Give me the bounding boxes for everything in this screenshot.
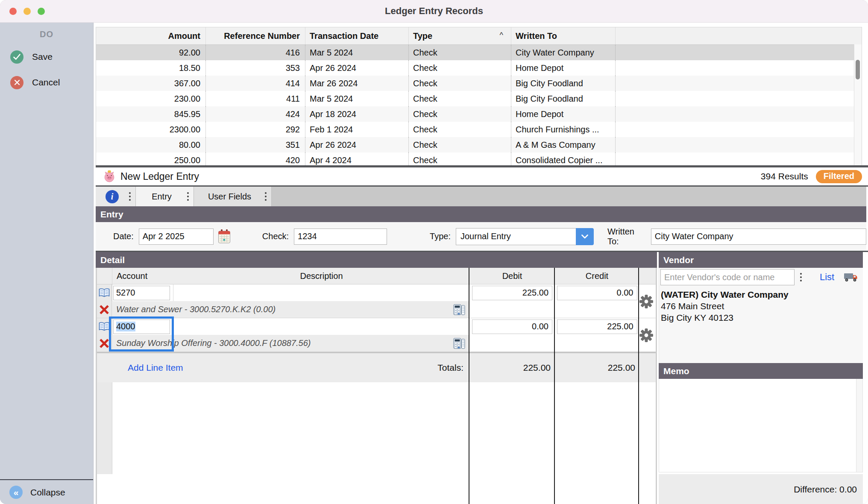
account-info-text: Sunday Worship Offering - 3000.4000.F (1… — [112, 338, 453, 348]
debit-input[interactable]: 0.00 — [472, 319, 552, 334]
gear-icon — [638, 327, 654, 343]
difference-row: Difference: 0.00 — [659, 474, 863, 504]
totals-label: Totals: — [437, 363, 463, 373]
line-item: 4000 0.00 225.00 — [97, 318, 656, 352]
detail-column-credit: Credit — [555, 271, 639, 281]
table-row[interactable]: 80.00 351 Apr 26 2024 Check A & M Gas Co… — [96, 137, 862, 152]
line-item-settings-button[interactable] — [638, 293, 655, 310]
vendor-list-link[interactable]: List — [820, 272, 834, 283]
tab-entry[interactable]: Entry — [136, 187, 194, 206]
window-title: Ledger Entry Records — [0, 6, 868, 17]
calendar-icon[interactable] — [217, 229, 231, 244]
table-row[interactable]: 2300.00 292 Feb 1 2024 Check Church Furn… — [96, 122, 862, 137]
detail-panel: Detail Account Description Debit Credit — [96, 252, 657, 504]
calculator-icon — [453, 337, 466, 350]
line-item-settings-button[interactable] — [638, 327, 655, 343]
menu-dots-icon[interactable] — [129, 192, 131, 201]
delete-x-icon — [99, 304, 110, 315]
collapse-button[interactable]: « Collapse — [0, 479, 93, 504]
delete-x-icon — [99, 338, 110, 349]
account-input[interactable]: 5270 — [113, 286, 170, 300]
memo-section-header: Memo — [659, 363, 863, 379]
detail-column-debit: Debit — [469, 271, 555, 281]
credit-input[interactable]: 225.00 — [557, 319, 637, 334]
description-input[interactable] — [173, 284, 469, 301]
entry-section-header: Entry — [96, 206, 866, 222]
vendor-search-input[interactable] — [660, 269, 795, 285]
ledger-book-icon — [98, 322, 110, 332]
add-line-item-link[interactable]: Add Line Item — [128, 363, 183, 373]
detail-column-account: Account — [112, 268, 173, 284]
records-scrollbar-thumb[interactable] — [856, 60, 860, 79]
delete-line-button[interactable] — [97, 301, 112, 318]
save-label: Save — [32, 52, 53, 62]
memo-scrollbar[interactable] — [856, 379, 862, 472]
check-label: Check: — [262, 231, 289, 241]
chevron-down-icon[interactable] — [576, 228, 594, 245]
memo-textarea[interactable] — [659, 379, 856, 472]
column-header-reference-number[interactable]: Reference Number — [206, 27, 305, 44]
line-item: 5270 225.00 0.00 — [97, 284, 656, 318]
table-row[interactable]: 367.00 414 Mar 26 2024 Check Big City Fo… — [96, 76, 862, 91]
table-row[interactable]: 92.00 416 Mar 5 2024 Check City Water Co… — [96, 45, 862, 60]
table-row[interactable]: 250.00 420 Apr 4 2024 Check Consolidated… — [96, 152, 862, 165]
account-input-focused[interactable]: 4000 — [113, 319, 170, 334]
detail-column-description: Description — [173, 271, 469, 281]
new-entry-header: New Ledger Entry 394 Results Filtered — [96, 167, 868, 185]
table-row[interactable]: 18.50 353 Apr 26 2024 Check Home Depot — [96, 60, 862, 76]
account-lookup-button[interactable] — [97, 318, 112, 335]
difference-value: Difference: 0.00 — [794, 484, 857, 495]
save-button[interactable]: Save — [10, 49, 93, 65]
check-number-field[interactable] — [294, 229, 387, 245]
account-info-text: Water and Sewer - 3000.5270.K.K2 (0.00) — [112, 305, 453, 314]
calculator-button[interactable] — [453, 337, 466, 350]
tab-info[interactable]: i — [96, 187, 136, 206]
gear-icon — [638, 293, 654, 310]
debit-input[interactable]: 225.00 — [472, 286, 552, 300]
menu-dots-icon[interactable] — [265, 192, 267, 201]
results-count: 394 Results — [761, 171, 808, 182]
credit-input[interactable]: 0.00 — [557, 286, 637, 300]
column-header-type[interactable]: Type ^ — [409, 27, 511, 44]
delete-line-button[interactable] — [97, 335, 112, 352]
action-sidebar: DO Save Cancel « Collapse — [0, 23, 94, 504]
column-header-amount[interactable]: Amount — [96, 27, 206, 44]
filtered-badge[interactable]: Filtered — [816, 170, 862, 183]
collapse-label: Collapse — [30, 487, 65, 498]
column-header-written-to[interactable]: Written To — [511, 27, 616, 44]
page-title: New Ledger Entry — [120, 171, 199, 182]
vendor-name: (WATER) City Water Company — [661, 289, 863, 300]
save-check-icon — [10, 50, 23, 64]
written-to-field[interactable] — [651, 229, 866, 245]
table-row[interactable]: 845.95 424 Apr 18 2024 Check Home Depot — [96, 106, 862, 122]
written-to-label: Written To: — [607, 227, 645, 246]
ledger-book-icon — [98, 288, 110, 298]
calculator-button[interactable] — [453, 303, 466, 316]
type-dropdown[interactable]: Journal Entry — [456, 228, 594, 245]
cancel-button[interactable]: Cancel — [10, 74, 93, 91]
tab-user-fields[interactable]: User Fields — [194, 187, 272, 206]
totals-credit: 225.00 — [554, 363, 635, 373]
detail-section-header: Detail — [96, 252, 657, 268]
vendor-address-line1: 476 Main Street — [661, 300, 863, 312]
description-input[interactable] — [173, 318, 469, 335]
date-field[interactable] — [139, 229, 214, 245]
account-lookup-button[interactable] — [97, 284, 112, 301]
truck-icon[interactable] — [844, 272, 858, 283]
ledger-records-table: Amount Reference Number Transaction Date… — [96, 27, 862, 165]
detail-table: Account Description Debit Credit — [96, 268, 657, 504]
vendor-body: List — [659, 268, 863, 363]
memo-body — [659, 379, 863, 472]
app-window: Ledger Entry Records DO Save Cancel « Co… — [0, 0, 868, 504]
table-row[interactable]: 230.00 411 Mar 5 2024 Check Big City Foo… — [96, 91, 862, 106]
tab-bar: i Entry User Fields — [96, 187, 866, 206]
vendor-info: (WATER) City Water Company 476 Main Stre… — [659, 285, 863, 323]
records-scrollbar[interactable] — [854, 44, 862, 165]
cancel-x-icon — [10, 76, 23, 89]
menu-dots-icon[interactable] — [187, 192, 189, 201]
menu-dots-icon[interactable] — [800, 273, 802, 281]
calculator-icon — [453, 303, 466, 316]
column-header-transaction-date[interactable]: Transaction Date — [305, 27, 409, 44]
vendor-address-line2: Big City KY 40123 — [661, 312, 863, 323]
totals-debit: 225.00 — [469, 363, 551, 373]
